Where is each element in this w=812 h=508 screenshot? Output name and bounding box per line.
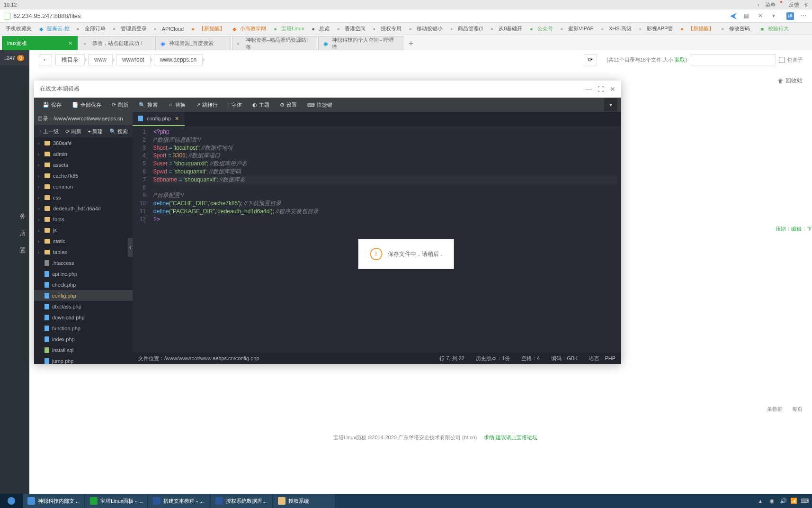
bookmark-item[interactable]: ▫影视APP管 — [636, 24, 676, 33]
dropdown-icon[interactable]: ▾ — [772, 12, 780, 20]
tree-item[interactable]: ›admin — [34, 148, 133, 159]
font-button[interactable]: I字体 — [223, 100, 247, 110]
close-tab-icon[interactable]: ✕ — [175, 116, 179, 122]
bookmark-item[interactable]: ▫管理员登录 — [110, 24, 150, 33]
tree-item[interactable]: db.class.php — [34, 301, 133, 312]
taskbar-item[interactable]: 宝塔Linux面板 - ... — [85, 494, 147, 508]
tree-item[interactable]: ›cache7k85 — [34, 170, 133, 181]
bookmark-item[interactable]: ▫授权专用 — [370, 24, 404, 33]
tray-icon[interactable]: 📶 — [790, 498, 797, 504]
close-icon[interactable]: ✕ — [610, 85, 616, 93]
bookmark-item[interactable]: ▫蜜影VIPAP — [558, 24, 597, 33]
tray-icon[interactable]: ⌨ — [801, 498, 807, 504]
tree-refresh-button[interactable]: ⟳刷新 — [62, 127, 84, 136]
tree-item[interactable]: install.sql — [34, 345, 133, 355]
grid-icon[interactable]: ▦ — [744, 12, 751, 20]
tree-new-button[interactable]: +新建 — [85, 127, 106, 136]
breadcrumb-segment[interactable]: www.aepps.cn — [154, 54, 203, 65]
tray-icon[interactable]: ▴ — [759, 498, 766, 504]
saveall-button[interactable]: 📑全部保存 — [67, 100, 106, 110]
toolbar-dropdown[interactable]: ▾ — [604, 98, 617, 111]
include-children-checkbox[interactable]: 包含子 — [779, 56, 803, 64]
start-button[interactable] — [0, 494, 23, 508]
recycle-bin-button[interactable]: 🗑 回收站 — [778, 77, 803, 85]
bookmark-item[interactable]: ▫修改密码_ — [719, 24, 756, 33]
tree-item[interactable]: ›css — [34, 192, 133, 203]
collapse-tree-button[interactable]: ‹ — [128, 238, 133, 257]
feedback-label[interactable]: 反馈 — [789, 1, 799, 9]
browser-tab[interactable]: ▫神聪资源--精品源码资源站|每 — [232, 36, 317, 50]
browser-tab[interactable]: ▫恭喜，站点创建成功！ — [79, 36, 154, 50]
x-icon[interactable]: ✕ — [758, 12, 766, 20]
action-link[interactable]: 压缩 — [776, 226, 786, 233]
history-info[interactable]: 历史版本：1份 — [476, 355, 510, 362]
tree-item[interactable]: ›fonts — [34, 214, 133, 225]
browser-tab[interactable]: ◉神聪资源_百度搜索 — [155, 36, 231, 50]
bookmark-item[interactable]: ▫移动按键小 — [406, 24, 446, 33]
bookmark-item[interactable]: ■校验行大 — [758, 24, 792, 33]
search-button[interactable]: 🔍搜索 — [134, 100, 162, 110]
code-tab[interactable]: config.php ✕ — [133, 112, 185, 126]
menu-label[interactable]: 菜单 — [765, 1, 776, 9]
replace-button[interactable]: ↔替换 — [163, 100, 190, 110]
tree-item[interactable]: index.php — [34, 334, 133, 345]
encoding-info[interactable]: 编码：GBK — [551, 355, 578, 362]
jump-button[interactable]: ↗跳转行 — [191, 100, 223, 110]
tree-item[interactable]: config.php — [34, 290, 133, 301]
language-info[interactable]: 语言：PHP — [589, 355, 616, 362]
maximize-icon[interactable]: ⛶ — [598, 85, 604, 93]
menu-chevron-left-icon[interactable]: ‹ — [758, 2, 759, 8]
indent-info[interactable]: 空格：4 — [521, 355, 540, 362]
bookmark-item[interactable]: ●【新提醒】 — [678, 24, 717, 33]
tray-icon[interactable]: 🔊 — [780, 498, 786, 504]
bookmark-item[interactable]: ▫商品管理(1 — [447, 24, 486, 33]
breadcrumb-segment[interactable]: 根目录 — [55, 54, 85, 65]
new-tab-button[interactable]: + — [404, 37, 418, 50]
taskbar-item[interactable]: 授权系统 — [273, 494, 335, 508]
bookmark-item[interactable]: 手机收藏夹 — [3, 24, 35, 33]
tree-up-button[interactable]: ↑上一级 — [36, 127, 62, 136]
bookmark-item[interactable]: ▫香港空间 — [334, 24, 368, 33]
sidebar-item[interactable]: 务 — [0, 208, 29, 225]
close-icon[interactable]: ✕ — [68, 40, 72, 46]
taskbar-item[interactable]: 授权系统数据库... — [211, 494, 272, 508]
bookmark-item[interactable]: ●宝塔Linux — [271, 24, 307, 33]
breadcrumb-segment[interactable]: www — [88, 54, 113, 65]
translate-icon[interactable]: 译 — [786, 12, 794, 20]
sidebar-item[interactable]: 店 — [0, 225, 29, 242]
bookmark-item[interactable]: ◆小高教学网 — [230, 24, 269, 33]
save-button[interactable]: 💾保存 — [38, 100, 66, 110]
tree-item[interactable]: .htaccess — [34, 257, 133, 268]
minimize-icon[interactable]: — — [585, 85, 592, 93]
shortcut-button[interactable]: ⌨快捷键 — [303, 100, 337, 110]
bookmark-item[interactable]: ●公众号 — [527, 24, 556, 33]
tree-item[interactable]: ›common — [34, 181, 133, 192]
footer-link[interactable]: 求助|建议请上宝塔论坛 — [484, 435, 537, 440]
action-link[interactable]: 编辑 — [791, 226, 802, 233]
tree-item[interactable]: function.php — [34, 323, 133, 334]
sidebar-item[interactable]: 置 — [0, 242, 29, 259]
bookmark-item[interactable]: ▫全部订单 — [74, 24, 108, 33]
browser-tab[interactable]: ◉神聪科技的个人空间 - 哔哩哔 — [318, 36, 403, 50]
bookmark-item[interactable]: ●【新提醒】 — [188, 24, 228, 33]
get-size-link[interactable]: 获取 — [675, 57, 685, 63]
bookmark-item[interactable]: ▫从0基础开 — [488, 24, 525, 33]
tree-item[interactable]: ›static — [34, 236, 133, 246]
tree-item[interactable]: ›js — [34, 225, 133, 236]
search-input[interactable] — [691, 54, 776, 65]
more-icon[interactable]: ⋯ — [801, 12, 808, 20]
url-text[interactable]: 62.234.95.247:8888/files — [13, 12, 80, 19]
taskbar-item[interactable]: 搭建文本教程 - ... — [148, 494, 210, 508]
theme-button[interactable]: ◐主题 — [248, 100, 274, 110]
tray-icon[interactable]: ◉ — [769, 498, 776, 504]
tree-item[interactable]: api.inc.php — [34, 268, 133, 279]
checkbox[interactable] — [779, 57, 785, 63]
refresh-button[interactable]: ⟳ — [584, 54, 597, 65]
tree-item[interactable]: jump.php — [34, 355, 133, 364]
breadcrumb-segment[interactable]: wwwroot — [116, 54, 151, 65]
taskbar-item[interactable]: 神聪科技内部文... — [23, 494, 84, 508]
bookmark-item[interactable]: ▫XHS-高级 — [598, 24, 634, 33]
cursor-position[interactable]: 行 7, 列 22 — [439, 355, 464, 362]
tree-item[interactable]: ›dedeauth_hd1d6a4d — [34, 203, 133, 214]
tree-item[interactable]: check.php — [34, 279, 133, 290]
